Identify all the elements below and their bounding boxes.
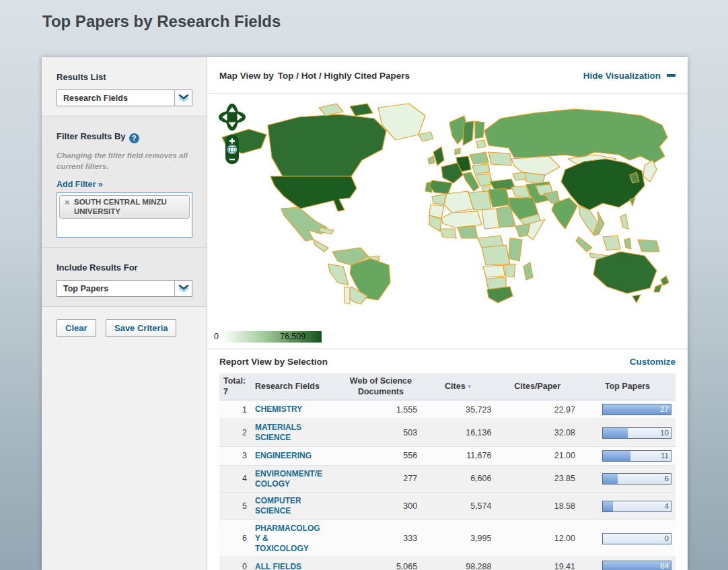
top-papers-value: 6 — [665, 474, 669, 483]
results-list-dropdown[interactable]: Research Fields — [57, 90, 192, 106]
wos-documents-cell: 5,065 — [340, 557, 421, 570]
top-papers-value: 4 — [665, 502, 669, 511]
cites-per-paper-cell: 12.00 — [495, 520, 579, 557]
cites-per-paper-cell: 32.08 — [495, 419, 579, 447]
filter-section: Filter Results By? Changing the filter f… — [42, 116, 207, 248]
top-papers-bar: 64 — [602, 561, 671, 570]
rank-cell: 3 — [219, 446, 251, 465]
sidebar-actions: Clear Save Criteria — [42, 307, 207, 349]
triangle-down-icon: ▼ — [467, 384, 472, 390]
cites-cell: 3,995 — [421, 520, 495, 557]
filter-tag: × SOUTH CENTRAL MINZU UNIVERSITY — [59, 195, 190, 219]
research-field-link[interactable]: PHARMACOLOG Y & TOXICOLOGY — [255, 524, 320, 553]
filter-box[interactable]: × SOUTH CENTRAL MINZU UNIVERSITY — [57, 192, 192, 238]
cites-per-paper-cell: 22.97 — [495, 400, 579, 419]
top-papers-value: 10 — [660, 429, 669, 437]
rank-cell: 0 — [219, 557, 251, 570]
total-header: Total:7 — [219, 373, 251, 400]
research-field-link[interactable]: ALL FIELDS — [255, 562, 301, 570]
cites-cell: 6,606 — [421, 465, 495, 493]
top-papers-bar: 27 — [602, 404, 671, 415]
report-table-body: 1CHEMISTRY1,55535,72322.97272MATERIALS S… — [219, 400, 676, 570]
cites-per-paper-cell: 18.58 — [495, 493, 579, 520]
cites-cell: 98,288 — [421, 557, 495, 570]
cites-per-paper-cell: 21.00 — [495, 446, 579, 465]
include-results-dropdown[interactable]: Top Papers — [57, 280, 192, 297]
help-icon[interactable]: ? — [129, 133, 139, 143]
map-view-title: Map View by — [219, 71, 274, 81]
clear-button[interactable]: Clear — [57, 319, 96, 337]
cites-cell: 16,136 — [421, 419, 495, 447]
rank-cell: 1 — [219, 400, 251, 419]
wos-documents-cell: 503 — [340, 419, 421, 447]
map-region-south-america[interactable] — [328, 248, 390, 304]
remove-filter-icon[interactable]: × — [65, 197, 70, 207]
rank-cell: 5 — [219, 493, 251, 520]
minus-icon — [667, 74, 676, 77]
top-papers-bar: 0 — [602, 533, 671, 544]
wos-documents-cell: 333 — [340, 520, 421, 557]
research-field-link[interactable]: ENGINEERING — [255, 451, 312, 460]
table-row: 0ALL FIELDS5,06598,28819.4164 — [219, 557, 676, 570]
top-papers-value: 64 — [660, 562, 669, 570]
field-cell: ENGINEERING — [251, 446, 340, 465]
include-results-section: Include Results For Top Papers — [42, 248, 207, 307]
field-cell: COMPUTER SCIENCE — [251, 493, 340, 520]
map-region-asia[interactable] — [484, 109, 667, 260]
cites-per-paper-cell: 19.41 — [495, 557, 579, 570]
top-papers-cell: 27 — [579, 400, 676, 419]
legend-min: 0 — [214, 332, 219, 341]
chevron-down-icon[interactable] — [174, 90, 192, 106]
top-papers-bar: 11 — [602, 450, 671, 462]
sidebar: Results List Research Fields Filter Resu… — [42, 57, 207, 570]
top-papers-bar: 4 — [602, 501, 671, 512]
include-results-label: Include Results For — [57, 262, 192, 273]
report-table: Total:7 Research Fields Web of Science D… — [219, 373, 676, 570]
column-header-wos-documents: Web of Science Documents — [340, 373, 421, 400]
map-region-north-america[interactable] — [222, 104, 425, 252]
wos-documents-cell: 1,555 — [340, 400, 421, 419]
cites-cell: 35,723 — [421, 400, 495, 419]
table-row: 1CHEMISTRY1,55535,72322.9727 — [219, 400, 676, 419]
world-map-svg[interactable] — [218, 97, 676, 307]
top-papers-cell: 0 — [579, 520, 676, 557]
page-title: Top Papers by Research Fields — [42, 12, 281, 31]
cites-cell: 5,574 — [421, 493, 495, 520]
customize-link[interactable]: Customize — [630, 357, 676, 367]
chevron-down-icon[interactable] — [174, 281, 192, 296]
column-header-cites[interactable]: Cites▼ — [421, 373, 495, 400]
field-cell: ALL FIELDS — [251, 557, 340, 570]
top-papers-cell: 11 — [579, 446, 676, 465]
hide-visualization-link[interactable]: Hide Visualization — [583, 71, 676, 81]
top-papers-cell: 6 — [579, 465, 676, 493]
field-cell: PHARMACOLOG Y & TOXICOLOGY — [251, 520, 340, 557]
filter-results-label: Filter Results By — [57, 131, 126, 141]
top-papers-value: 27 — [660, 405, 669, 414]
research-field-link[interactable]: ENVIRONMENT/E COLOGY — [255, 469, 322, 489]
field-cell: MATERIALS SCIENCE — [251, 419, 340, 447]
research-field-link[interactable]: CHEMISTRY — [255, 404, 302, 414]
map-controls[interactable] — [218, 102, 246, 168]
column-header-cites-per-paper: Cites/Paper — [495, 373, 579, 400]
research-field-link[interactable]: COMPUTER SCIENCE — [255, 496, 301, 515]
research-field-link[interactable]: MATERIALS SCIENCE — [255, 423, 301, 442]
table-header-row: Total:7 Research Fields Web of Science D… — [219, 373, 676, 400]
world-map[interactable]: 0 76,509 — [207, 94, 688, 349]
add-filter-link[interactable]: Add Filter » — [57, 180, 103, 189]
content-panel: Results List Research Fields Filter Resu… — [42, 57, 688, 570]
save-criteria-button[interactable]: Save Criteria — [106, 319, 177, 337]
map-view-header: Map View byTop / Hot / Highly Cited Pape… — [207, 57, 688, 94]
map-region-oceania[interactable] — [593, 252, 669, 303]
include-results-selected: Top Papers — [63, 284, 108, 293]
table-row: 3ENGINEERING55611,67621.0011 — [219, 446, 676, 465]
filter-tag-label: SOUTH CENTRAL MINZU UNIVERSITY — [74, 198, 167, 215]
table-row: 4ENVIRONMENT/E COLOGY2776,60623.856 — [219, 465, 676, 493]
wos-documents-cell: 300 — [340, 493, 421, 520]
map-view-subtitle: Top / Hot / Highly Cited Papers — [278, 71, 410, 81]
field-cell: ENVIRONMENT/E COLOGY — [251, 465, 340, 493]
top-papers-value: 0 — [665, 534, 669, 543]
cites-cell: 11,676 — [421, 446, 495, 465]
top-papers-cell: 4 — [579, 493, 676, 520]
top-papers-bar: 10 — [602, 427, 671, 439]
top-papers-value: 11 — [661, 452, 669, 460]
